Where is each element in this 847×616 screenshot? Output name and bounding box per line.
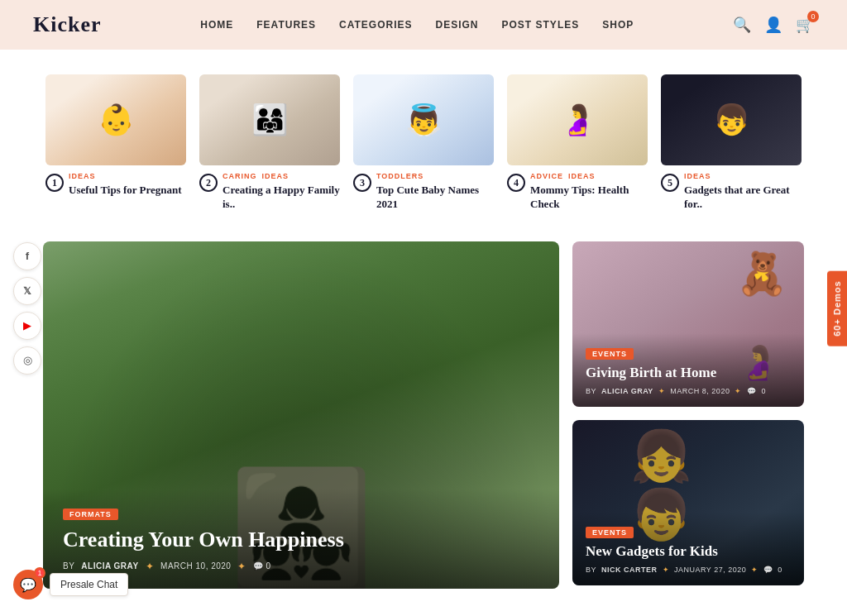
side-post-1[interactable]: 🧸 🤰 EVENTS Giving Birth at Home BY ALICI… (572, 241, 804, 407)
rank-2-number: 2 (199, 174, 218, 192)
side-post-1-comments: 0 (761, 387, 766, 395)
side-post-2-byline: BY NICK CARTER ✦ JANUARY 27, 2020 ✦ 💬 0 (586, 566, 791, 574)
header: Kicker HOME FEATURES CATEGORIES DESIGN P… (0, 0, 847, 50)
ranked-post-5[interactable]: 👦 5 IDEAS Gadgets that are Great for.. (661, 74, 802, 212)
side-post-1-byline: BY ALICIA GRAY ✦ MARCH 8, 2020 ✦ 💬 0 (586, 387, 791, 395)
nav-features[interactable]: FEATURES (256, 19, 316, 31)
comment-icon: 💬 (253, 561, 264, 571)
ranked-post-2-tag2: IDEAS (262, 172, 290, 180)
by-label-2: BY (586, 566, 596, 574)
social-sidebar: f 𝕏 ▶ ◎ (13, 242, 41, 375)
side-post-1-badge: EVENTS (586, 348, 634, 360)
ranked-post-1[interactable]: 👶 1 IDEAS Useful Tips for Pregnant (45, 74, 186, 212)
nav-home[interactable]: HOME (200, 19, 233, 31)
side-post-2-overlay: EVENTS New Gadgets for Kids BY NICK CART… (572, 512, 804, 585)
twitter-button[interactable]: 𝕏 (13, 277, 41, 305)
ranked-post-3[interactable]: 👼 3 TODDLERS Top Cute Baby Names 2021 (353, 74, 494, 212)
ranked-post-3-tag: TODDLERS (376, 172, 424, 180)
ranked-post-4-title: Mommy Tips: Health Check (530, 184, 648, 212)
ranked-post-4-tag2: IDEAS (568, 172, 596, 180)
chat-button[interactable]: 💬 1 (13, 570, 43, 599)
logo[interactable]: Kicker (33, 12, 102, 37)
rank-4-number: 4 (507, 174, 525, 192)
formats-badge: FORMATS (63, 509, 118, 520)
featured-grid: 👩‍👧‍👧 FORMATS Creating Your Own Happines… (43, 241, 804, 589)
instagram-icon: ◎ (23, 354, 32, 367)
side-dot-3: ✦ (663, 566, 670, 574)
side-post-2-comments: 0 (778, 566, 782, 574)
comment-count: 0 (266, 561, 270, 571)
search-icon[interactable]: 🔍 (733, 16, 751, 34)
main-featured-post[interactable]: 👩‍👧‍👧 FORMATS Creating Your Own Happines… (43, 241, 559, 589)
nav-categories[interactable]: CATEGORIES (339, 19, 412, 31)
main-nav: HOME FEATURES CATEGORIES DESIGN POST STY… (200, 19, 634, 31)
ranked-post-3-title: Top Cute Baby Names 2021 (376, 184, 494, 212)
main-content: 👶 1 IDEAS Useful Tips for Pregnant 👨‍👩‍👧… (26, 50, 821, 614)
facebook-icon: f (26, 250, 29, 262)
side-post-2-comment-icon: 💬 (763, 566, 773, 574)
side-post-1-date: MARCH 8, 2020 (670, 387, 730, 395)
dot-icon-1: ✦ (146, 561, 155, 572)
ranked-post-2-image: 👨‍👩‍👧 (199, 74, 340, 165)
ranked-post-5-image: 👦 (661, 74, 802, 165)
ranked-post-4-tag1: ADVICE (530, 172, 563, 180)
chat-label[interactable]: Presale Chat (50, 573, 128, 596)
rank-5-number: 5 (661, 174, 679, 192)
by-label-1: BY (586, 387, 596, 395)
facebook-button[interactable]: f (13, 242, 41, 270)
side-post-2-date: JANUARY 27, 2020 (674, 566, 746, 574)
ranked-post-3-image: 👼 (353, 74, 494, 165)
main-post-title: Creating Your Own Happiness (63, 527, 539, 552)
chat-widget: 💬 1 Presale Chat (13, 570, 128, 599)
instagram-button[interactable]: ◎ (13, 346, 41, 375)
ranked-post-2[interactable]: 👨‍👩‍👧 2 CARING IDEAS Creating a Happy Fa… (199, 74, 340, 212)
ranked-posts: 👶 1 IDEAS Useful Tips for Pregnant 👨‍👩‍👧… (43, 74, 804, 212)
nav-post-styles[interactable]: POST STYLES (502, 19, 580, 31)
ranked-post-2-tag1: CARING (223, 172, 257, 180)
demos-tab[interactable]: 60+ Demos (827, 270, 847, 346)
ranked-post-4-image: 🤰 (507, 74, 648, 165)
side-dot-1: ✦ (658, 387, 666, 395)
header-icons: 🔍 👤 🛒 0 (733, 16, 814, 34)
ranked-post-1-tag: IDEAS (69, 172, 96, 180)
ranked-post-5-tag: IDEAS (684, 172, 711, 180)
side-post-1-title: Giving Birth at Home (586, 365, 791, 381)
rank-3-number: 3 (353, 174, 371, 192)
cart-badge: 0 (807, 11, 819, 22)
side-dot-2: ✦ (735, 387, 742, 395)
ranked-post-4[interactable]: 🤰 4 ADVICE IDEAS Mommy Tips: Health Chec… (507, 74, 648, 212)
ranked-post-1-image: 👶 (45, 74, 186, 165)
teddy-icon: 🧸 (736, 250, 787, 298)
youtube-button[interactable]: ▶ (13, 312, 41, 340)
main-post-comments: 💬 0 (253, 561, 271, 571)
side-post-2-badge: EVENTS (586, 527, 634, 538)
side-post-1-comment-icon: 💬 (747, 387, 757, 395)
ranked-post-5-title: Gadgets that are Great for.. (684, 184, 802, 212)
dot-icon-2: ✦ (237, 561, 246, 572)
side-dot-4: ✦ (751, 566, 758, 574)
chat-badge: 1 (34, 567, 45, 579)
main-post-byline: BY ALICIA GRAY ✦ MARCH 10, 2020 ✦ 💬 0 (63, 561, 539, 572)
side-post-1-overlay: EVENTS Giving Birth at Home BY ALICIA GR… (572, 333, 804, 406)
chat-icon: 💬 (20, 577, 36, 593)
side-post-2-title: New Gadgets for Kids (586, 543, 791, 560)
nav-design[interactable]: DESIGN (436, 19, 479, 31)
youtube-icon: ▶ (23, 319, 31, 332)
cart-icon[interactable]: 🛒 0 (796, 16, 814, 34)
side-post-1-author: ALICIA GRAY (601, 387, 653, 395)
main-post-date: MARCH 10, 2020 (160, 561, 231, 571)
user-icon[interactable]: 👤 (764, 16, 782, 34)
rank-1-number: 1 (45, 174, 64, 192)
featured-right: 🧸 🤰 EVENTS Giving Birth at Home BY ALICI… (572, 241, 804, 589)
side-post-2[interactable]: 👧👦 EVENTS New Gadgets for Kids BY NICK C… (572, 420, 804, 585)
side-post-2-author: NICK CARTER (601, 566, 658, 574)
nav-shop[interactable]: SHOP (602, 19, 634, 31)
twitter-icon: 𝕏 (23, 285, 31, 297)
ranked-post-2-title: Creating a Happy Family is.. (223, 184, 340, 212)
ranked-post-1-title: Useful Tips for Pregnant (69, 184, 182, 198)
